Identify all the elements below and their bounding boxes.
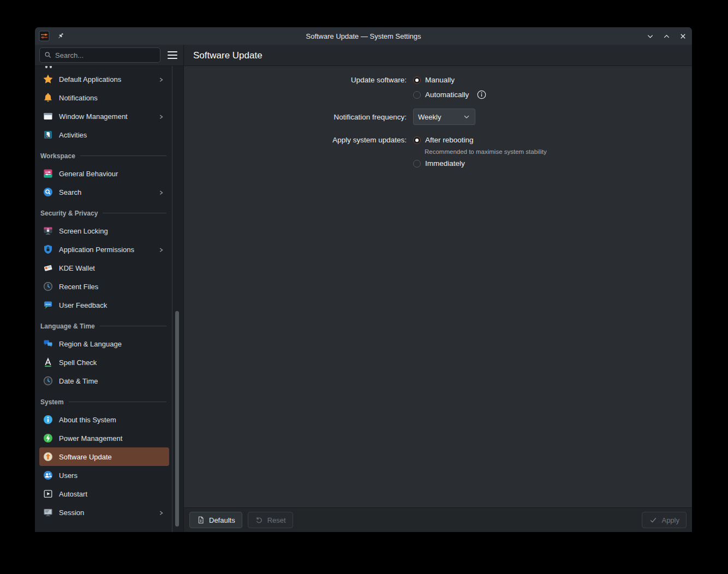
clipped-list-item [35, 66, 172, 70]
pin-icon[interactable] [56, 32, 65, 40]
sidebar-item-activities[interactable]: Activities [39, 125, 169, 144]
close-button[interactable] [677, 30, 689, 42]
footer-bar: Defaults Reset Apply [184, 507, 692, 532]
chevron-right-icon [157, 509, 165, 516]
user-feedback-icon [43, 300, 53, 310]
sidebar-item-date-time[interactable]: Date & Time [39, 372, 169, 390]
reset-button[interactable]: Reset [248, 512, 293, 528]
sidebar-item-label: Power Management [59, 434, 166, 443]
notification-frequency-label: Notification frequency: [184, 113, 407, 121]
undo-icon [255, 516, 264, 524]
sidebar-item-label: Session [59, 509, 157, 517]
sidebar-item-label: Search [59, 188, 157, 196]
defaults-button[interactable]: Defaults [189, 512, 242, 528]
radio-automatically[interactable] [413, 91, 421, 99]
sidebar-item-kde-wallet[interactable]: KDE Wallet [39, 259, 169, 277]
sidebar-item-region-language[interactable]: Region & Language [39, 334, 169, 353]
sidebar-item-window-management[interactable]: Window Management [39, 107, 169, 125]
recent-files-icon [43, 281, 53, 292]
apply-button[interactable]: Apply [642, 512, 687, 528]
search-input[interactable] [55, 51, 156, 59]
sidebar-item-about-this-system[interactable]: About this System [39, 410, 169, 429]
radio-automatically-label: Automatically [425, 91, 469, 99]
sidebar-item-label: Software Update [59, 453, 166, 461]
activities-icon [43, 129, 53, 140]
sidebar-item-label: Autostart [59, 490, 166, 498]
update-software-label: Update software: [184, 76, 407, 84]
notification-frequency-select[interactable]: Weekly [413, 109, 475, 125]
select-value: Weekly [418, 113, 463, 121]
info-icon[interactable] [476, 89, 487, 100]
radio-manually-label: Manually [425, 76, 455, 84]
minimize-button[interactable] [644, 30, 656, 42]
sidebar-item-label: Recent Files [59, 283, 166, 291]
chevron-down-icon [463, 113, 470, 121]
after-rebooting-description: Recommended to maximise system stability [425, 148, 547, 155]
sidebar-item-label: Activities [59, 131, 166, 139]
star-icon [43, 74, 53, 85]
window-icon [43, 111, 53, 122]
sidebar-item-screen-locking[interactable]: Screen Locking [39, 222, 169, 240]
page-title: Software Update [193, 45, 262, 66]
sidebar-item-user-feedback[interactable]: User Feedback [39, 296, 169, 314]
radio-after-rebooting[interactable] [413, 136, 421, 144]
apply-updates-label: Apply system updates: [184, 136, 407, 144]
date-time-icon [43, 375, 53, 386]
search-icon [44, 51, 52, 59]
sidebar-item-software-update[interactable]: Software Update [39, 447, 169, 466]
software-update-icon [43, 451, 53, 462]
app-permissions-icon [43, 244, 53, 255]
sidebar-item-spell-check[interactable]: Spell Check [39, 353, 169, 372]
sidebar-item-users[interactable]: Users [39, 466, 169, 485]
window-title: Software Update — System Settings [35, 32, 692, 40]
chevron-right-icon [157, 75, 165, 83]
sidebar-item-application-permissions[interactable]: Application Permissions [39, 240, 169, 259]
sidebar-item-session[interactable]: Session [39, 503, 169, 522]
maximize-button[interactable] [660, 30, 672, 42]
sidebar-item-recent-files[interactable]: Recent Files [39, 277, 169, 296]
sidebar-item-power-management[interactable]: Power Management [39, 429, 169, 447]
sidebar-scrollbar[interactable] [175, 311, 179, 527]
search-blue-icon [43, 187, 53, 198]
sidebar-item-search[interactable]: Search [39, 183, 169, 201]
search-box[interactable] [39, 47, 160, 63]
app-icon [39, 31, 50, 41]
sidebar-section-header: System [35, 390, 172, 410]
sidebar-item-default-applications[interactable]: Default Applications [39, 70, 169, 88]
radio-immediately[interactable] [413, 160, 421, 168]
sidebar-item-label: KDE Wallet [59, 264, 166, 272]
about-system-icon [43, 414, 53, 425]
bell-icon [43, 92, 53, 103]
sidebar-item-autostart[interactable]: Autostart [39, 485, 169, 503]
chevron-right-icon [157, 246, 165, 253]
sidebar-item-label: Date & Time [59, 377, 166, 385]
sidebar-item-label: Spell Check [59, 358, 166, 367]
document-icon [196, 516, 205, 524]
region-language-icon [43, 338, 53, 349]
sidebar-item-label: Users [59, 471, 166, 480]
defaults-label: Defaults [209, 516, 235, 524]
apply-label: Apply [661, 516, 679, 524]
chevron-right-icon [157, 112, 165, 120]
sidebar-item-general-behaviour[interactable]: General Behaviour [39, 164, 169, 183]
kde-wallet-icon [43, 262, 53, 273]
check-icon [649, 516, 658, 524]
sidebar-item-label: About this System [59, 416, 166, 424]
sidebar-section-header: Workspace [35, 144, 172, 164]
screen-locking-icon [43, 225, 53, 236]
power-icon [43, 433, 53, 444]
radio-manually[interactable] [413, 76, 421, 84]
sidebar-item-notifications[interactable]: Notifications [39, 88, 169, 107]
spell-check-icon [43, 357, 53, 368]
general-behaviour-icon [43, 168, 53, 179]
radio-after-rebooting-label: After rebooting [425, 136, 474, 144]
sidebar: Default ApplicationsNotificationsWindow … [35, 66, 183, 532]
sidebar-item-label: Region & Language [59, 340, 166, 348]
sidebar-item-label: Screen Locking [59, 227, 166, 235]
system-settings-window: Software Update — System Settings [35, 27, 692, 532]
sidebar-item-label: General Behaviour [59, 170, 166, 178]
sidebar-item-label: Application Permissions [59, 246, 157, 254]
chevron-down-icon [646, 32, 654, 40]
content-pane: Update software: Manually Automatically [184, 66, 692, 507]
menu-button[interactable] [164, 47, 181, 63]
